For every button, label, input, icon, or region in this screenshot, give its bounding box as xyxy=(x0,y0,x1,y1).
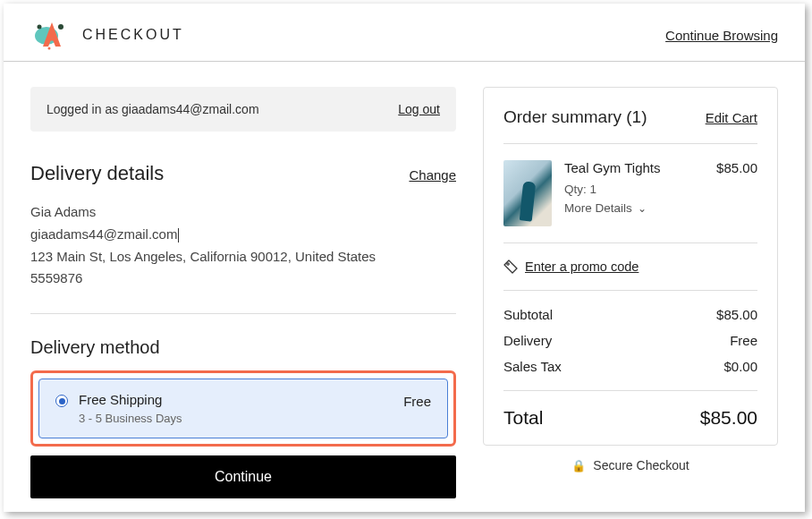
delivery-name: Gia Adams xyxy=(30,201,456,224)
radio-selected-icon xyxy=(55,395,68,407)
summary-divider xyxy=(503,290,757,291)
tag-icon xyxy=(503,260,518,274)
tax-label: Sales Tax xyxy=(503,359,562,374)
delivery-cost-label: Delivery xyxy=(503,333,552,348)
subtotal-value: $85.00 xyxy=(716,307,757,322)
total-label: Total xyxy=(503,407,543,429)
tax-row: Sales Tax $0.00 xyxy=(503,359,757,374)
product-thumbnail xyxy=(503,160,552,226)
promo-code-link[interactable]: Enter a promo code xyxy=(503,260,757,274)
tax-value: $0.00 xyxy=(723,359,757,374)
logged-in-text: Logged in as giaadams44@zmail.com xyxy=(47,102,259,116)
brand-logo-icon xyxy=(30,20,72,50)
more-details-label: More Details xyxy=(564,201,632,215)
continue-browsing-link[interactable]: Continue Browsing xyxy=(665,28,778,43)
secure-checkout-note: 🔒 Secure Checkout xyxy=(483,458,778,472)
shipping-option-price: Free xyxy=(403,394,431,409)
edit-cart-link[interactable]: Edit Cart xyxy=(706,110,757,125)
product-name: Teal Gym Tights xyxy=(564,160,661,175)
summary-divider xyxy=(503,390,757,391)
delivery-address: 123 Main St, Los Angeles, California 900… xyxy=(30,246,456,268)
svg-point-4 xyxy=(48,47,51,50)
brand-title: CHECKOUT xyxy=(82,27,184,43)
total-row: Total $85.00 xyxy=(503,407,757,429)
shipping-option-label: Free Shipping xyxy=(79,392,182,407)
continue-button[interactable]: Continue xyxy=(30,455,456,498)
product-price: $85.00 xyxy=(716,160,757,175)
lock-icon: 🔒 xyxy=(571,459,586,472)
summary-divider xyxy=(503,242,757,243)
delivery-method-title: Delivery method xyxy=(30,337,456,358)
brand: CHECKOUT xyxy=(30,20,184,50)
order-summary-title: Order summary (1) xyxy=(503,107,647,127)
logout-link[interactable]: Log out xyxy=(398,102,440,116)
subtotal-row: Subtotal $85.00 xyxy=(503,307,757,322)
order-summary-panel: Order summary (1) Edit Cart Teal Gym Tig… xyxy=(483,87,778,446)
cart-item: Teal Gym Tights $85.00 Qty: 1 More Detai… xyxy=(503,160,757,226)
delivery-details-title: Delivery details xyxy=(30,162,164,185)
delivery-method-highlight: Free Shipping 3 - 5 Business Days Free xyxy=(30,370,456,447)
delivery-cost-row: Delivery Free xyxy=(503,333,757,348)
change-delivery-link[interactable]: Change xyxy=(409,167,456,183)
summary-divider xyxy=(503,143,757,144)
shipping-option-eta: 3 - 5 Business Days xyxy=(79,412,182,425)
promo-code-label: Enter a promo code xyxy=(525,260,639,274)
delivery-cost-value: Free xyxy=(730,333,757,348)
shipping-option-free[interactable]: Free Shipping 3 - 5 Business Days Free xyxy=(38,379,448,438)
secure-checkout-label: Secure Checkout xyxy=(593,458,689,472)
product-qty: Qty: 1 xyxy=(564,183,757,196)
subtotal-label: Subtotal xyxy=(503,307,553,322)
svg-point-2 xyxy=(58,24,63,30)
more-details-toggle[interactable]: More Details ⌄ xyxy=(564,201,647,215)
delivery-phone: 5559876 xyxy=(30,268,456,290)
delivery-email: giaadams44@zmail.com xyxy=(30,224,456,246)
login-status-bar: Logged in as giaadams44@zmail.com Log ou… xyxy=(30,87,456,132)
svg-point-5 xyxy=(507,263,509,265)
total-value: $85.00 xyxy=(700,407,757,429)
chevron-down-icon: ⌄ xyxy=(638,202,647,215)
delivery-details-block: Gia Adams giaadams44@zmail.com 123 Main … xyxy=(30,201,456,290)
section-divider xyxy=(30,313,456,314)
svg-point-3 xyxy=(38,25,42,30)
